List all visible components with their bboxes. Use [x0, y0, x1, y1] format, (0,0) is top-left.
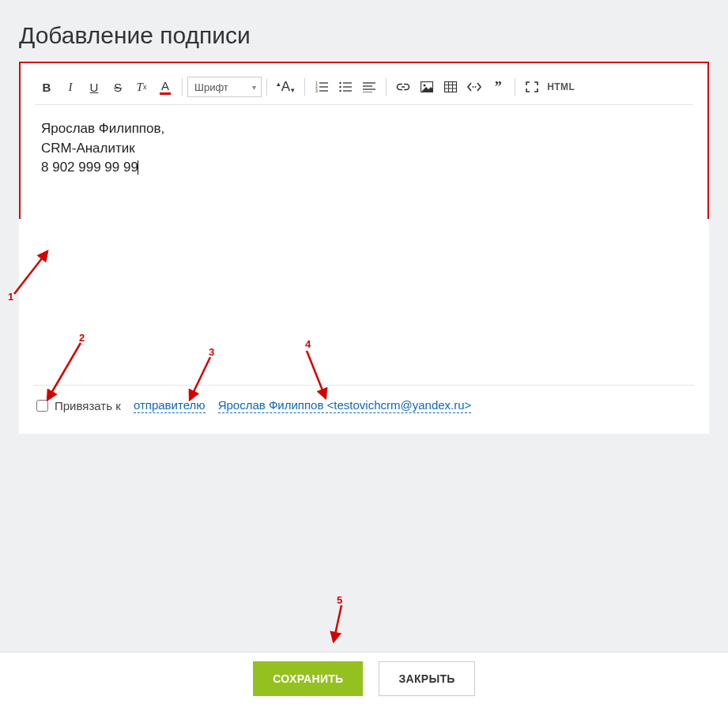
editor-content[interactable]: Ярослав Филиппов, CRM-Аналитик 8 902 999…	[35, 105, 693, 200]
blockquote-button[interactable]: ”	[486, 76, 510, 98]
svg-point-23	[473, 86, 474, 88]
svg-point-10	[339, 86, 341, 88]
close-button[interactable]: ЗАКРЫТЬ	[379, 661, 474, 696]
page-title: Добавление подписи	[0, 0, 728, 62]
divider	[33, 385, 695, 386]
strike-button[interactable]: S	[106, 76, 130, 98]
code-button[interactable]	[462, 76, 486, 98]
image-button[interactable]	[415, 76, 439, 98]
html-source-button[interactable]: HTML	[544, 81, 578, 92]
bind-checkbox[interactable]	[36, 400, 48, 412]
bold-button[interactable]: B	[35, 76, 58, 98]
footer-bar: СОХРАНИТЬ ЗАКРЫТЬ	[0, 652, 728, 704]
svg-rect-18	[445, 82, 457, 92]
font-size-button[interactable]: ▴A▾	[272, 79, 300, 95]
table-button[interactable]	[439, 76, 462, 98]
ordered-list-button[interactable]: 123	[310, 76, 334, 98]
clear-format-button[interactable]: Tx	[130, 76, 153, 98]
bind-section: Привязать к отправителю Ярослав Филиппов…	[19, 385, 709, 434]
svg-point-17	[424, 85, 426, 87]
svg-point-24	[475, 86, 477, 88]
bind-label: Привязать к	[55, 399, 121, 412]
bind-sender-link[interactable]: отправителю	[134, 398, 206, 413]
chevron-down-icon: ▾	[252, 83, 256, 92]
svg-line-29	[334, 605, 341, 642]
fullscreen-button[interactable]	[520, 76, 544, 98]
signature-line: CRM-Аналитик	[41, 139, 687, 159]
italic-button[interactable]: I	[58, 76, 82, 98]
font-family-select[interactable]: Шрифт ▾	[187, 77, 262, 97]
editor-panel: B I U S Tx A Шрифт ▾ ▴A▾ 123	[19, 62, 709, 219]
font-family-label: Шрифт	[194, 81, 228, 93]
link-button[interactable]	[391, 76, 415, 98]
svg-point-9	[339, 82, 341, 84]
svg-point-11	[339, 90, 341, 92]
toolbar-separator	[182, 78, 183, 96]
toolbar-separator	[386, 78, 387, 96]
bind-address-link[interactable]: Ярослав Филиппов <testovichcrm@yandex.ru…	[218, 398, 472, 413]
toolbar-separator	[515, 78, 515, 96]
editor-whitespace	[19, 219, 709, 385]
signature-line: Ярослав Филиппов,	[41, 119, 687, 139]
toolbar-separator	[304, 78, 305, 96]
underline-button[interactable]: U	[82, 76, 106, 98]
unordered-list-button[interactable]	[334, 76, 357, 98]
align-button[interactable]	[357, 76, 381, 98]
save-button[interactable]: СОХРАНИТЬ	[253, 661, 363, 696]
toolbar-separator	[266, 78, 267, 96]
svg-text:3: 3	[315, 88, 318, 92]
text-color-button[interactable]: A	[153, 76, 177, 98]
signature-line: 8 902 999 99 99	[41, 158, 687, 178]
editor-toolbar: B I U S Tx A Шрифт ▾ ▴A▾ 123	[35, 73, 693, 105]
